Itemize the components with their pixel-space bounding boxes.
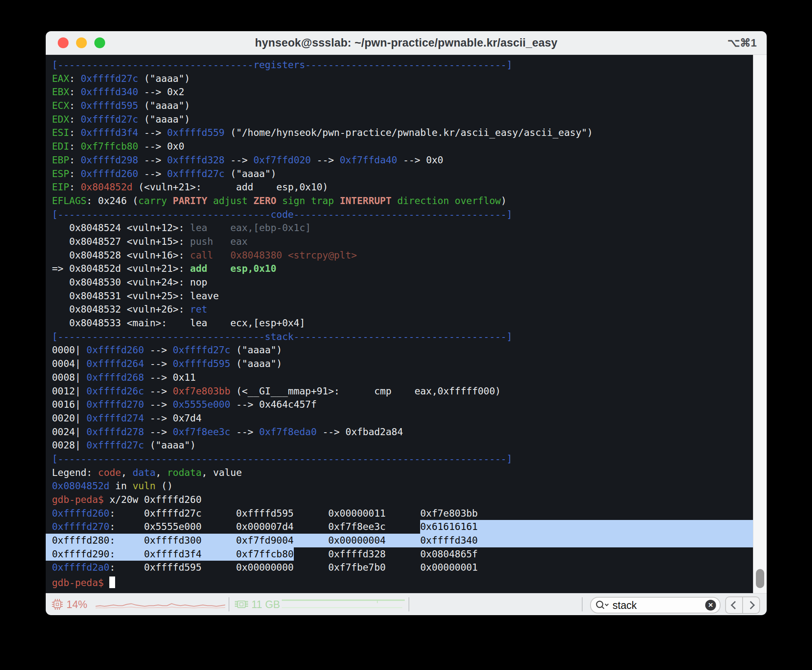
previous-match-button[interactable] [726, 597, 742, 613]
zoom-button[interactable] [94, 37, 105, 48]
text-segment: ("aaaa") [230, 345, 282, 355]
desktop: { "window": { "title": "hynseok@ssslab: … [0, 0, 812, 670]
chevron-right-icon [746, 601, 755, 609]
text-segment: ESI [52, 127, 69, 138]
text-segment: 0x8048533 <main>: lea ecx,[esp+0x4] [52, 318, 305, 328]
x-circle-icon[interactable]: ✕ [705, 600, 716, 611]
text-segment: 0xffffd260 [52, 508, 109, 519]
text-segment: : 0x246 ( [86, 195, 138, 206]
terminal-line: EAX: 0xffffd27c ("aaaa") [46, 72, 753, 86]
text-segment: => 0x804852d <vuln+21>: [52, 263, 190, 274]
cpu-sparkline [96, 594, 225, 615]
terminal-line: 0x8048532 <vuln+26>: ret [46, 303, 753, 316]
terminal-line: [-------------------------------------co… [46, 208, 753, 222]
terminal-line: 0xffffd290: 0xffffd3f4 0xf7ffcb80 0xffff… [46, 547, 753, 561]
text-segment: 0xffffd260 [86, 345, 144, 355]
text-segment: 0xffffd340 [81, 86, 138, 97]
terminal-cursor [109, 576, 115, 588]
terminal-region: [----------------------------------regis… [46, 55, 767, 594]
text-segment: 0xf7f8ee3c [173, 426, 230, 437]
text-segment: 0x8048532 <vuln+26>: [52, 304, 190, 315]
terminal-line: 0016| 0xffffd270 --> 0x5555e000 --> 0x46… [46, 398, 753, 411]
search-icon[interactable] [595, 600, 609, 611]
text-segment: 0xffffd595 [173, 358, 230, 369]
search-field[interactable]: ✕ [590, 597, 721, 613]
text-segment: push eax [190, 236, 247, 247]
text-segment: 0xffffd595 [81, 100, 138, 111]
terminal-line: 0x8048531 <vuln+25>: leave [46, 289, 753, 303]
terminal-line: EIP: 0x804852d (<vuln+21>: add esp,0x10) [46, 180, 753, 194]
text-segment: : [69, 73, 81, 84]
text-segment: 0x61616161 [420, 521, 477, 532]
text-segment: --> 0x464c457f [230, 399, 317, 410]
text-segment: 0xffffd260 [81, 168, 138, 179]
text-segment: 0xffffd264 [86, 358, 144, 369]
text-segment: 0xffffd274 [86, 413, 144, 424]
terminal-line: [------------------------------------sta… [46, 330, 753, 344]
text-segment: 0xffffd26c [86, 386, 144, 397]
text-segment: ("aaaa") [138, 100, 190, 111]
text-segment: --> [230, 426, 259, 437]
text-segment: --> 0xfbad2a84 [317, 426, 403, 437]
text-segment: Legend: [52, 467, 98, 478]
text-segment: code [98, 467, 121, 478]
terminal-line: gdb-peda$ x/20w 0xffffd260 [46, 493, 753, 507]
terminal-line: ESP: 0xffffd260 --> 0xffffd27c ("aaaa") [46, 167, 753, 181]
text-segment: EFLAGS [52, 195, 86, 206]
text-segment: --> 0x7d4 [144, 413, 202, 424]
text-segment: ("aaaa") [144, 440, 196, 451]
text-segment: 0xffffd270 [52, 521, 109, 532]
terminal-line: EFLAGS: 0x246 (carry PARITY adjust ZERO … [46, 194, 753, 208]
terminal-line: 0x8048530 <vuln+24>: nop [46, 276, 753, 289]
terminal-line: 0000| 0xffffd260 --> 0xffffd27c ("aaaa") [46, 343, 753, 357]
text-segment: : [69, 182, 81, 192]
terminal-line: EDI: 0xf7ffcb80 --> 0x0 [46, 140, 753, 153]
text-segment: : [69, 114, 81, 125]
next-match-button[interactable] [742, 597, 759, 613]
text-segment: --> 0x2 [138, 86, 185, 97]
close-button[interactable] [58, 37, 69, 48]
terminal-line: 0028| 0xffffd27c ("aaaa") [46, 438, 753, 452]
text-segment: 0x804852d [81, 182, 133, 192]
terminal-line: 0x8048528 <vuln+16>: call 0x8048380 <str… [46, 249, 753, 262]
text-segment: : [69, 100, 81, 111]
search-input[interactable] [613, 599, 691, 611]
text-segment: , [121, 467, 133, 478]
terminal-line: 0020| 0xffffd274 --> 0x7d4 [46, 411, 753, 425]
text-segment: x/20w 0xffffd260 [104, 494, 202, 505]
terminal-line: [----------------------------------regis… [46, 58, 753, 72]
scrollbar-thumb[interactable] [756, 569, 764, 588]
text-segment: [------------------------------------sta… [52, 331, 512, 342]
text-segment: 0x8048524 <vuln+12>: [52, 222, 190, 233]
text-segment: ) [501, 195, 507, 206]
terminal-line: 0xffffd2a0: 0xffffd595 0x00000000 0xf7fb… [46, 561, 753, 574]
text-segment: EBP [52, 155, 69, 165]
text-segment: --> [144, 358, 173, 369]
text-segment: INTERRUPT [340, 195, 391, 206]
terminal-body[interactable]: [----------------------------------regis… [46, 55, 753, 594]
text-segment: ("aaaa") [230, 358, 282, 369]
text-segment: 0xf7ffda40 [340, 155, 397, 165]
text-segment: 0xffffd278 [86, 426, 144, 437]
text-segment: 0xf7ffd020 [253, 155, 311, 165]
window-controls [58, 37, 105, 48]
text-segment: --> [138, 127, 167, 138]
minimize-button[interactable] [76, 37, 87, 48]
text-segment: [----------------------------------regis… [52, 59, 512, 70]
text-segment: [---------------------------------------… [52, 453, 512, 464]
text-segment: 0008| [52, 372, 86, 383]
search-nav-buttons [725, 596, 760, 614]
terminal-line: EBX: 0xffffd340 --> 0x2 [46, 85, 753, 99]
text-segment: --> [144, 426, 173, 437]
text-segment: gdb-peda$ [52, 494, 104, 505]
terminal-line: 0xffffd260: 0xffffd27c 0xffffd595 0x0000… [46, 507, 753, 520]
statusbar-divider [229, 597, 229, 611]
terminal-line: 0004| 0xffffd264 --> 0xffffd595 ("aaaa") [46, 357, 753, 371]
text-segment: EAX [52, 73, 69, 84]
text-segment: --> [138, 155, 167, 165]
text-segment: --> [138, 168, 167, 179]
status-bar: 14% 11 GB [46, 593, 767, 615]
text-segment: : [69, 141, 81, 152]
text-segment: 0xffffd290: 0xffffd3f4 0xf7ffcb80 [52, 549, 294, 559]
text-segment: 0xf7f8eda0 [259, 426, 317, 437]
